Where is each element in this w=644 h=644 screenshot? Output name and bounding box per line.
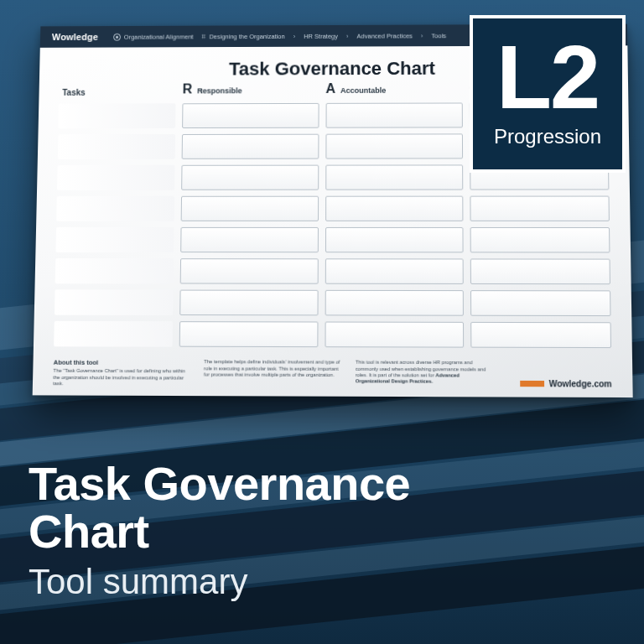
footer-site-text: Wowledge.com xyxy=(549,379,612,389)
task-cell xyxy=(55,258,174,283)
role-cell xyxy=(179,290,318,316)
tasks-header: Tasks xyxy=(59,88,175,97)
col-responsible-header: R Responsible xyxy=(183,81,319,96)
breadcrumb: Organizational Alignment ⌗ Designing the… xyxy=(113,31,446,41)
chevron-right-icon: › xyxy=(346,32,349,39)
breadcrumb-item: HR Strategy xyxy=(304,32,338,39)
table-row xyxy=(55,289,611,316)
footer-col-1: About this tool The "Task Governance Cha… xyxy=(53,359,189,387)
brand-bar-icon xyxy=(521,381,545,387)
doc-brand: Wowledge xyxy=(52,32,98,42)
chevron-right-icon: › xyxy=(421,32,423,39)
role-cell xyxy=(181,165,319,190)
caption-title-line-2: Chart xyxy=(29,507,410,555)
org-chart-icon: ⌗ xyxy=(201,32,205,41)
caption: Task Governance Chart Tool summary xyxy=(29,460,410,602)
breadcrumb-item: Tools xyxy=(432,32,447,39)
role-cell xyxy=(325,196,464,221)
role-cell xyxy=(325,322,464,348)
role-cell xyxy=(180,227,318,252)
role-cell xyxy=(325,227,464,252)
task-cell xyxy=(56,196,174,221)
level-label: Progression xyxy=(494,125,601,148)
table-row xyxy=(56,196,610,221)
task-cell xyxy=(54,321,173,347)
chevron-right-icon: › xyxy=(293,33,296,40)
role-cell xyxy=(325,258,464,284)
task-cell xyxy=(55,227,174,252)
target-icon xyxy=(113,33,121,40)
role-cell xyxy=(182,134,319,159)
caption-title-line-1: Task Governance xyxy=(29,460,410,507)
footer-col-2: The template helps define individuals' i… xyxy=(204,359,340,378)
col-accountable-header: A Accountable xyxy=(325,81,463,96)
role-cell xyxy=(182,103,319,128)
footer-site: Wowledge.com xyxy=(521,379,612,389)
role-cell xyxy=(470,196,610,221)
role-cell xyxy=(179,321,318,347)
r-letter: R xyxy=(183,82,193,97)
breadcrumb-root: Organizational Alignment xyxy=(124,33,194,40)
r-word: Responsible xyxy=(197,86,242,95)
role-cell xyxy=(471,322,612,348)
footer-template-text: The template helps define individuals' i… xyxy=(204,359,340,378)
task-cell xyxy=(55,289,174,315)
role-cell xyxy=(180,258,319,284)
footer-col-3: This tool is relevant across diverse HR … xyxy=(356,360,492,385)
footer-about-text: The "Task Governance Chart" is used for … xyxy=(53,368,189,387)
table-row xyxy=(55,227,610,253)
role-cell xyxy=(470,227,610,253)
level-badge: L2 Progression xyxy=(470,15,626,173)
a-word: Accountable xyxy=(340,86,386,95)
role-cell xyxy=(325,133,463,158)
role-cell xyxy=(181,196,319,221)
footer-relevance-text: This tool is relevant across diverse HR … xyxy=(356,360,492,385)
task-cell xyxy=(59,103,176,128)
table-row xyxy=(54,321,611,348)
role-cell xyxy=(325,102,463,127)
level-code: L2 xyxy=(496,34,599,121)
role-cell xyxy=(470,258,610,284)
caption-subtitle: Tool summary xyxy=(29,562,410,602)
role-cell xyxy=(470,290,610,316)
breadcrumb-item: Designing the Organization xyxy=(209,33,284,40)
table-row xyxy=(55,258,610,284)
footer-about-heading: About this tool xyxy=(54,359,189,367)
doc-footer: About this tool The "Task Governance Cha… xyxy=(53,359,612,389)
task-cell xyxy=(58,134,175,159)
a-letter: A xyxy=(325,81,335,96)
task-cell xyxy=(57,165,175,190)
role-cell xyxy=(325,290,464,316)
role-cell xyxy=(325,164,464,190)
breadcrumb-item: Advanced Practices xyxy=(356,32,412,39)
